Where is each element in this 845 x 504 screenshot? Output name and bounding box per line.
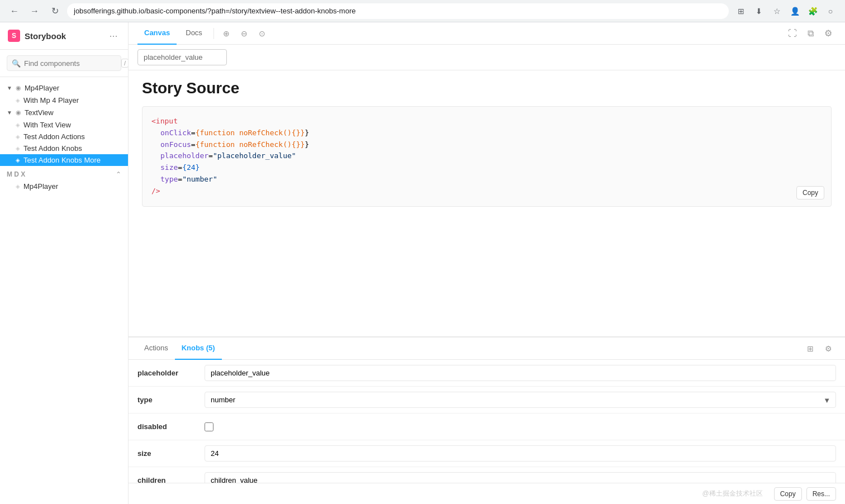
knob-input-children[interactable] xyxy=(205,472,836,483)
mdx-section-header: M D X ⌃ xyxy=(0,166,128,180)
sidebar-search-container: 🔍 / xyxy=(0,50,128,77)
knob-row-children: children xyxy=(129,467,845,483)
code-val-placeholder: "placeholder_value" xyxy=(213,151,296,160)
search-wrapper: 🔍 / xyxy=(7,55,121,71)
knob-value-type: number text email password ▼ xyxy=(196,387,845,412)
bottom-copy-button[interactable]: Copy xyxy=(774,487,802,501)
mdx-collapse-button[interactable]: ⌃ xyxy=(116,170,121,178)
tab-knobs[interactable]: Knobs (5) xyxy=(175,337,222,360)
canvas-area: Story Source <input onClick={function no… xyxy=(129,45,845,504)
translate-icon[interactable]: ⊞ xyxy=(733,3,749,19)
knob-input-placeholder[interactable] xyxy=(205,365,836,381)
code-line-1: <input xyxy=(151,116,822,127)
knob-select-wrapper-type: number text email password ▼ xyxy=(205,392,836,408)
code-attr-placeholder: placeholder xyxy=(160,151,208,160)
code-attr-onclick: onClick xyxy=(160,129,191,137)
sidebar-group-mp4player-label: Mp4Player xyxy=(25,84,59,92)
sidebar-item-test-addon-knobs-more[interactable]: ◈ Test Addon Knobs More xyxy=(0,154,128,166)
search-input[interactable] xyxy=(24,59,118,68)
fullscreen-button[interactable]: ⛶ xyxy=(785,26,800,41)
watermark: @稀土掘金技术社区 xyxy=(695,487,769,501)
tab-actions[interactable]: Actions xyxy=(137,337,175,360)
sidebar-menu-button[interactable]: ··· xyxy=(107,29,120,42)
forward-button[interactable]: → xyxy=(27,3,42,19)
code-line-3: onFocus={function noRefCheck(){}}} xyxy=(151,139,822,151)
knob-label-size: size xyxy=(129,445,196,462)
grid-view-button[interactable]: ⊞ xyxy=(803,341,818,356)
zoom-in-button[interactable]: ⊕ xyxy=(219,26,234,41)
code-line-2: onClick={function noRefCheck(){}}} xyxy=(151,127,822,139)
knob-row-placeholder: placeholder xyxy=(129,360,845,387)
code-equals: = xyxy=(191,129,196,137)
address-bar[interactable] xyxy=(67,3,729,19)
knob-label-type: type xyxy=(129,391,196,408)
zoom-out-button[interactable]: ⊖ xyxy=(236,26,252,41)
sidebar-item-mdx-mp4player-label: Mp4Player xyxy=(23,182,58,191)
code-equals-2: = xyxy=(191,140,196,149)
sidebar-nav: ▼ ◉ Mp4Player ◈ With Mp 4 Player ▼ ◉ Tex… xyxy=(0,77,128,504)
knob-value-children xyxy=(196,468,845,483)
knob-label-disabled: disabled xyxy=(129,418,196,435)
knob-row-size: size xyxy=(129,440,845,467)
knob-value-placeholder xyxy=(196,360,845,386)
story-icon: ◈ xyxy=(16,157,20,163)
sidebar-group-textview[interactable]: ▼ ◉ TextView xyxy=(0,106,128,119)
code-attr-type: type xyxy=(160,175,178,183)
knob-row-type: type number text email password ▼ xyxy=(129,387,845,413)
knob-value-disabled xyxy=(196,418,845,436)
bottom-settings-button[interactable]: ⚙ xyxy=(820,341,836,356)
tab-docs[interactable]: Docs xyxy=(179,22,209,45)
sidebar-item-test-addon-knobs[interactable]: ◈ Test Addon Knobs xyxy=(0,142,128,154)
code-val-size: {24} xyxy=(182,163,200,172)
sidebar-item-with-mp4-player[interactable]: ◈ With Mp 4 Player xyxy=(0,94,128,106)
bookmark-icon[interactable]: ☆ xyxy=(769,3,785,19)
code-close-onclick: } xyxy=(300,129,305,137)
knob-checkbox-disabled[interactable] xyxy=(205,422,213,431)
code-equals-5: = xyxy=(178,175,182,183)
sidebar-item-mdx-mp4player[interactable]: ◈ Mp4Player xyxy=(0,180,128,192)
extensions-icon[interactable]: 🧩 xyxy=(805,3,820,19)
story-icon: ◈ xyxy=(16,122,20,128)
code-equals-3: = xyxy=(208,151,213,160)
sidebar-group-mp4player[interactable]: ▼ ◉ Mp4Player xyxy=(0,82,128,94)
zoom-reset-button[interactable]: ⊙ xyxy=(254,26,270,41)
bottom-reset-button[interactable]: Res... xyxy=(806,487,836,501)
toolbar: Canvas Docs ⊕ ⊖ ⊙ ⛶ ⧉ ⚙ xyxy=(129,22,845,45)
story-section: Story Source <input onClick={function no… xyxy=(129,70,845,336)
new-tab-button[interactable]: ⧉ xyxy=(803,26,818,41)
bottom-panel: Actions Knobs (5) ⊞ ⚙ placeholder xyxy=(129,336,845,504)
bottom-tab-right: ⊞ ⚙ xyxy=(803,341,836,356)
sidebar-item-with-text-view[interactable]: ◈ With Text View xyxy=(0,119,128,131)
code-line-7: /> xyxy=(151,186,822,197)
code-func-onfocus: {function noRefCheck(){} xyxy=(196,140,301,149)
tab-canvas[interactable]: Canvas xyxy=(137,22,177,45)
chevron-down-icon: ▼ xyxy=(7,110,12,116)
browser-bar: ← → ↻ ⊞ ⬇ ☆ 👤 🧩 ○ xyxy=(0,0,845,22)
code-tag-open: <input xyxy=(151,117,178,125)
code-line-6: type="number" xyxy=(151,174,822,186)
knob-row-disabled: disabled xyxy=(129,413,845,440)
story-icon: ◈ xyxy=(16,134,20,140)
mdx-section-label: M D X xyxy=(7,170,25,178)
code-line-5: size={24} xyxy=(151,162,822,174)
group-icon: ◉ xyxy=(16,109,21,116)
refresh-button[interactable]: ↻ xyxy=(47,3,63,19)
knob-select-type[interactable]: number text email password xyxy=(205,392,836,408)
profile-icon[interactable]: 👤 xyxy=(787,3,803,19)
settings-button[interactable]: ⚙ xyxy=(820,26,836,41)
sidebar: S Storybook ··· 🔍 / ▼ ◉ Mp4Player ◈ With… xyxy=(0,22,129,504)
browser-right-icons: ⊞ ⬇ ☆ 👤 🧩 ○ xyxy=(733,3,838,19)
knobs-table: placeholder type number text xyxy=(129,360,845,483)
preview-input[interactable] xyxy=(137,49,227,65)
code-tag-close: /> xyxy=(151,187,160,195)
sidebar-item-test-addon-actions[interactable]: ◈ Test Addon Actions xyxy=(0,131,128,142)
download-icon[interactable]: ⬇ xyxy=(751,3,767,19)
sidebar-item-with-text-view-label: With Text View xyxy=(23,121,71,129)
account-icon[interactable]: ○ xyxy=(823,3,838,19)
code-attr-size: size xyxy=(160,163,178,172)
back-button[interactable]: ← xyxy=(7,3,22,19)
search-shortcut: / xyxy=(121,59,129,68)
story-source-copy-button[interactable]: Copy xyxy=(796,186,824,199)
toolbar-right: ⛶ ⧉ ⚙ xyxy=(785,26,836,41)
knob-input-size[interactable] xyxy=(205,445,836,462)
